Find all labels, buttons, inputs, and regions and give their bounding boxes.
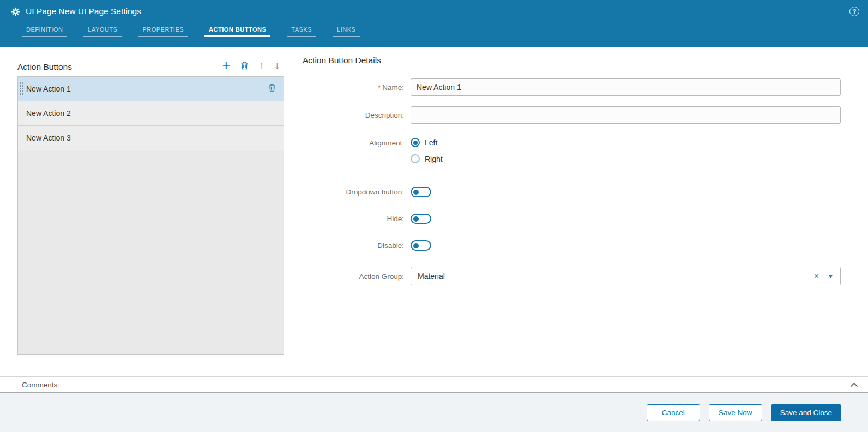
description-label: Description: xyxy=(303,111,411,119)
dropdown-button-label: Dropdown button: xyxy=(303,188,411,196)
hide-label: Hide: xyxy=(303,215,411,223)
tab-tasks[interactable]: TASKS xyxy=(287,26,316,37)
name-label: *Name: xyxy=(303,83,411,92)
delete-action-icon[interactable] xyxy=(240,61,249,70)
action-buttons-list: New Action 1 New Action 2 New Action 3 xyxy=(17,76,284,355)
action-buttons-panel: Action Buttons + ↑ ↓ New Action 1 New Ac… xyxy=(17,56,284,355)
dropdown-chevron-icon[interactable]: ▼ xyxy=(828,273,834,279)
dropdown-button-toggle[interactable] xyxy=(411,187,431,197)
details-form: *Name: Description: Alignment: Left xyxy=(303,78,841,285)
radio-unselected-icon[interactable] xyxy=(411,154,420,163)
collapse-chevron-up-icon[interactable] xyxy=(850,382,858,387)
list-item-new-action-3[interactable]: New Action 3 xyxy=(18,126,284,150)
help-icon[interactable]: ? xyxy=(849,7,859,16)
row-delete-icon[interactable] xyxy=(268,84,276,94)
alignment-left-label: Left xyxy=(425,138,437,147)
toggle-knob xyxy=(413,190,419,195)
action-buttons-panel-header: Action Buttons + ↑ ↓ xyxy=(17,56,284,72)
disable-field-row: Disable: xyxy=(303,240,841,251)
page-title: UI Page New UI Page Settings xyxy=(26,7,141,16)
alignment-label: Alignment: xyxy=(303,138,411,147)
list-toolbar: + ↑ ↓ xyxy=(222,58,284,72)
title-row: UI Page New UI Page Settings ? xyxy=(0,0,868,23)
move-down-icon[interactable]: ↓ xyxy=(275,60,280,70)
tab-properties[interactable]: PROPERTIES xyxy=(138,26,188,37)
name-input[interactable] xyxy=(411,78,841,96)
cancel-button[interactable]: Cancel xyxy=(647,404,700,421)
action-group-field-row: Action Group: Material × ▼ xyxy=(303,267,841,285)
list-item-new-action-1[interactable]: New Action 1 xyxy=(18,77,284,101)
list-item-label: New Action 1 xyxy=(26,84,71,93)
alignment-left-option[interactable]: Left xyxy=(411,138,841,147)
description-input[interactable] xyxy=(411,106,841,124)
comments-bar: Comments: xyxy=(0,376,868,393)
toggle-knob xyxy=(413,216,419,222)
action-buttons-title: Action Buttons xyxy=(17,62,72,72)
list-item-label: New Action 3 xyxy=(26,133,71,142)
disable-label: Disable: xyxy=(303,241,411,250)
save-now-button[interactable]: Save Now xyxy=(709,404,762,421)
save-and-close-button[interactable]: Save and Close xyxy=(771,404,841,421)
comments-label: Comments: xyxy=(22,381,850,389)
tab-links[interactable]: LINKS xyxy=(333,26,360,37)
drag-handle-icon[interactable] xyxy=(20,81,23,96)
action-group-label: Action Group: xyxy=(303,272,411,281)
list-item-label: New Action 2 xyxy=(26,109,71,118)
move-up-icon[interactable]: ↑ xyxy=(259,60,264,70)
dropdown-button-field-row: Dropdown button: xyxy=(303,187,841,197)
alignment-radio-group: Left Right xyxy=(411,138,841,163)
tab-definition[interactable]: DEFINITION xyxy=(22,26,67,37)
alignment-field-row: Alignment: Left Right xyxy=(303,138,841,163)
footer-bar: Cancel Save Now Save and Close xyxy=(0,393,868,432)
action-group-value: Material xyxy=(418,272,814,281)
tab-action-buttons[interactable]: ACTION BUTTONS xyxy=(204,26,270,37)
action-group-dropdown[interactable]: Material × ▼ xyxy=(411,267,841,285)
list-item-new-action-2[interactable]: New Action 2 xyxy=(18,101,284,126)
action-button-details-panel: Action Button Details *Name: Description… xyxy=(303,56,841,285)
alignment-right-option[interactable]: Right xyxy=(411,154,841,163)
hide-toggle[interactable] xyxy=(411,214,431,224)
toggle-knob xyxy=(413,243,419,248)
add-action-icon[interactable]: + xyxy=(222,58,230,72)
description-field-row: Description: xyxy=(303,106,841,124)
details-title: Action Button Details xyxy=(303,56,841,65)
name-field-row: *Name: xyxy=(303,78,841,96)
hide-field-row: Hide: xyxy=(303,214,841,224)
radio-selected-icon[interactable] xyxy=(411,138,420,147)
required-marker: * xyxy=(378,83,381,92)
tab-layouts[interactable]: LAYOUTS xyxy=(83,26,122,37)
settings-gear-icon xyxy=(11,7,20,16)
app-header: UI Page New UI Page Settings ? DEFINITIO… xyxy=(0,0,868,47)
clear-x-icon[interactable]: × xyxy=(814,272,819,281)
tab-bar: DEFINITION LAYOUTS PROPERTIES ACTION BUT… xyxy=(0,26,868,37)
disable-toggle[interactable] xyxy=(411,240,431,251)
alignment-right-label: Right xyxy=(425,155,443,163)
